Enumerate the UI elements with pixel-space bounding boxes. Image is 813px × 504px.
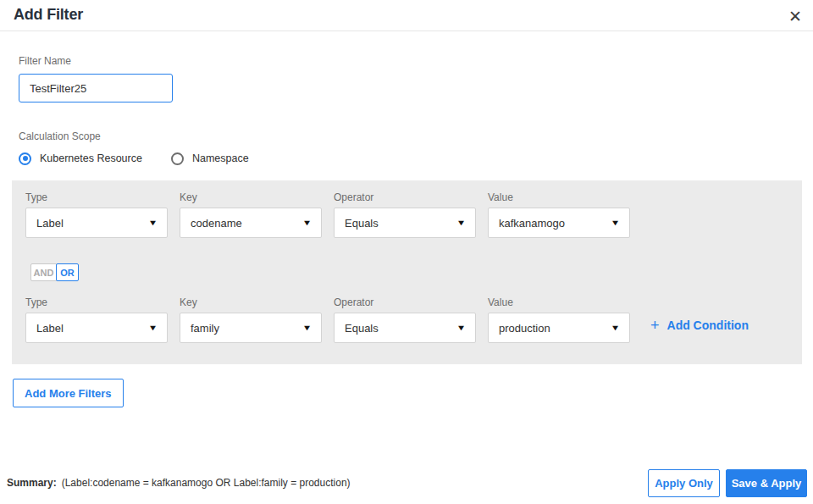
chevron-down-icon: ▼ (302, 219, 312, 227)
operator-dropdown-row1[interactable]: Equals ▼ (334, 208, 476, 238)
add-filter-dialog: Add Filter ✕ Filter Name Calculation Sco… (0, 0, 813, 504)
type-dropdown-row1[interactable]: Label ▼ (25, 208, 168, 238)
summary-label: Summary: (7, 477, 57, 489)
calculation-scope-label: Calculation Scope (19, 130, 101, 142)
plus-icon: + (650, 318, 660, 333)
dialog-header: Add Filter ✕ (0, 0, 813, 31)
radio-label: Kubernetes Resource (40, 152, 142, 164)
key-label: Key (180, 296, 197, 308)
apply-only-button[interactable]: Apply Only (648, 469, 720, 497)
dialog-title: Add Filter (14, 6, 83, 24)
radio-label: Namespace (192, 152, 249, 164)
operator-label: Operator (334, 296, 373, 308)
radio-kubernetes-resource[interactable]: Kubernetes Resource (19, 152, 142, 165)
filter-name-input[interactable] (19, 74, 173, 102)
chevron-down-icon: ▼ (611, 324, 621, 332)
dropdown-value: Label (36, 322, 64, 335)
type-label: Type (25, 296, 47, 308)
radio-namespace[interactable]: Namespace (171, 152, 249, 165)
dropdown-value: Label (36, 217, 64, 230)
close-icon[interactable]: ✕ (784, 5, 806, 27)
type-label: Type (25, 191, 47, 203)
dropdown-value: Equals (345, 322, 379, 335)
dropdown-value: family (191, 322, 219, 335)
radio-selected-icon[interactable] (19, 152, 31, 165)
operator-label: Operator (334, 191, 373, 203)
dropdown-value: codename (191, 217, 242, 230)
summary-text: (Label:codename = kafkanamogo OR Label:f… (62, 477, 351, 489)
logic-and-button[interactable]: AND (30, 263, 57, 281)
value-dropdown-row1[interactable]: kafkanamogo ▼ (488, 208, 630, 238)
logic-toggle: AND OR (30, 263, 79, 281)
add-condition-label: Add Condition (667, 318, 749, 332)
dropdown-value: production (499, 322, 550, 335)
radio-unselected-icon[interactable] (171, 152, 184, 165)
key-label: Key (180, 191, 197, 203)
calculation-scope-options: Kubernetes Resource Namespace (19, 150, 249, 167)
value-label: Value (488, 296, 513, 308)
key-dropdown-row1[interactable]: codename ▼ (180, 208, 322, 238)
summary: Summary:(Label:codename = kafkanamogo OR… (7, 477, 351, 489)
value-label: Value (488, 191, 513, 203)
conditions-panel: Type Key Operator Value Label ▼ codename… (12, 180, 802, 364)
chevron-down-icon: ▼ (456, 219, 467, 227)
filter-name-label: Filter Name (19, 55, 71, 67)
operator-dropdown-row2[interactable]: Equals ▼ (334, 313, 476, 343)
chevron-down-icon: ▼ (611, 219, 621, 227)
value-dropdown-row2[interactable]: production ▼ (488, 313, 630, 343)
chevron-down-icon: ▼ (148, 324, 158, 332)
dropdown-value: Equals (345, 217, 379, 230)
chevron-down-icon: ▼ (456, 324, 467, 332)
save-and-apply-button[interactable]: Save & Apply (726, 469, 807, 497)
chevron-down-icon: ▼ (148, 219, 158, 227)
add-condition-link[interactable]: + Add Condition (650, 318, 749, 333)
dropdown-value: kafkanamogo (499, 217, 565, 230)
type-dropdown-row2[interactable]: Label ▼ (25, 313, 168, 343)
chevron-down-icon: ▼ (302, 324, 312, 332)
key-dropdown-row2[interactable]: family ▼ (180, 313, 322, 343)
logic-or-button[interactable]: OR (56, 263, 79, 281)
add-more-filters-button[interactable]: Add More Filters (13, 379, 124, 407)
